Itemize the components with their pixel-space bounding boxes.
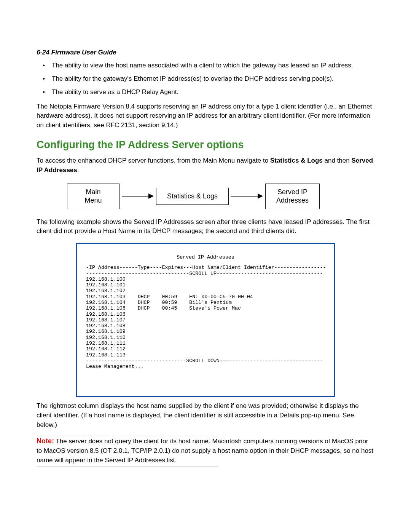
terminal-row: 192.168.1.111	[83, 340, 126, 346]
body-paragraph: The rightmost column displays the host n…	[37, 401, 374, 430]
body-paragraph: To access the enhanced DHCP server funct…	[37, 156, 374, 175]
terminal-row: 192.168.1.109	[83, 329, 126, 334]
served-ip-terminal-screenshot: Served IP Addresses -IP Address------Typ…	[76, 243, 335, 397]
horizontal-rule	[37, 466, 219, 467]
terminal-row: 192.168.1.103 DHCP 00:59 EN: 00-00-C5-70…	[83, 294, 253, 300]
page-header: 6-24 Firmware User Guide	[37, 49, 374, 56]
terminal-row: 192.168.1.112	[83, 346, 126, 352]
flow-box-statistics-logs: Statistics & Logs	[156, 188, 229, 205]
text-run: .	[77, 166, 79, 174]
terminal-lease-management: Lease Management...	[83, 364, 144, 369]
terminal-row: 192.168.1.113	[83, 352, 126, 358]
list-item: The ability for the gateway's Ethernet I…	[52, 73, 374, 84]
terminal-row: 192.168.1.110	[83, 335, 126, 340]
terminal-row: 192.168.1.108	[83, 323, 126, 329]
text-run: To access the enhanced DHCP server funct…	[37, 157, 270, 164]
terminal-row: 192.168.1.104 DHCP 00:59 Bill's Pentium	[83, 300, 232, 305]
flow-box-label: Main	[86, 188, 100, 196]
text-run: and then	[323, 157, 352, 164]
list-item: The ability to serve as a DHCP Relay Age…	[52, 87, 374, 97]
flow-box-main-menu: Main Menu	[67, 184, 119, 209]
terminal-title: Served IP Addresses	[83, 254, 328, 260]
terminal-row: 192.168.1.100	[83, 276, 126, 282]
flow-box-label: Addresses	[276, 197, 309, 204]
terminal-scroll-up: ----------------------------------SCROLL…	[83, 271, 323, 276]
terminal-row: 192.168.1.106	[83, 312, 126, 317]
terminal-row: 192.168.1.107	[83, 317, 126, 323]
document-page: 6-24 Firmware User Guide The ability to …	[0, 0, 411, 532]
flow-box-label: Statistics & Logs	[167, 192, 218, 200]
note-text: The server does not query the client for…	[37, 438, 373, 463]
list-item: The ability to view the host name associ…	[52, 60, 374, 70]
note-paragraph: Note: The server does not query the clie…	[37, 436, 374, 465]
flow-box-label: Served IP	[277, 188, 307, 196]
flow-box-served-ip: Served IP Addresses	[265, 184, 320, 209]
arrow-right-icon	[231, 193, 263, 199]
bold-text: Statistics & Logs	[270, 157, 323, 164]
terminal-row: 192.168.1.101	[83, 282, 126, 288]
section-heading: Configuring the IP Address Server option…	[37, 139, 374, 151]
terminal-scroll-down: ---------------------------------SCROLL …	[83, 358, 323, 364]
terminal-row: 192.168.1.105 DHCP 00:45 Steve's Power M…	[83, 305, 241, 311]
arrow-right-icon	[122, 193, 154, 199]
terminal-column-header: -IP Address------Type----Expires---Host …	[83, 265, 326, 270]
navigation-flow-diagram: Main Menu Statistics & Logs Served IP Ad…	[67, 184, 374, 209]
feature-bullet-list: The ability to view the host name associ…	[37, 60, 374, 97]
note-label: Note:	[37, 437, 54, 445]
terminal-row: 192.168.1.102	[83, 288, 126, 294]
body-paragraph: The following example shows the Served I…	[37, 217, 374, 236]
body-paragraph: The Netopia Firmware Version 8.4 support…	[37, 102, 374, 130]
flow-box-label: Menu	[84, 197, 102, 204]
